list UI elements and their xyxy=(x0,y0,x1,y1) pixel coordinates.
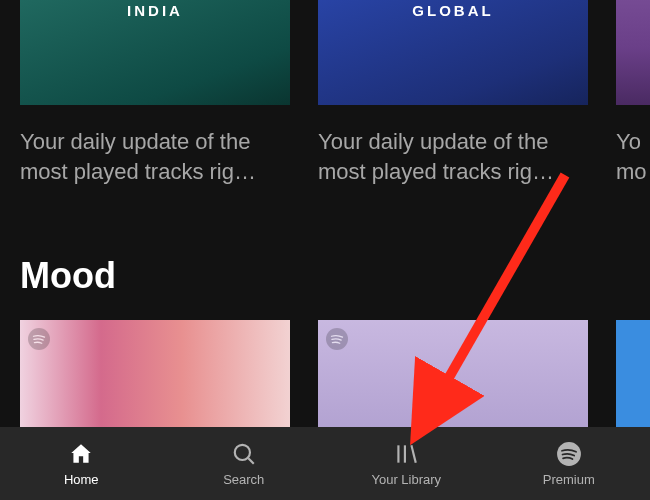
chart-card-partial[interactable]: Yomo xyxy=(616,0,650,186)
mood-card-partial[interactable] xyxy=(616,320,650,427)
home-icon xyxy=(67,440,95,468)
section-title-mood: Mood xyxy=(20,255,116,297)
nav-label: Home xyxy=(64,472,99,487)
content-scroll[interactable]: INDIA Your daily update of the most play… xyxy=(0,0,650,427)
nav-label: Search xyxy=(223,472,264,487)
search-icon xyxy=(230,440,258,468)
nav-home[interactable]: Home xyxy=(0,440,163,487)
card-description: Yomo xyxy=(616,127,650,186)
cover-label: INDIA xyxy=(127,2,183,19)
nav-search[interactable]: Search xyxy=(163,440,326,487)
top-charts-row: INDIA Your daily update of the most play… xyxy=(0,0,650,186)
svg-point-2 xyxy=(235,445,250,460)
card-cover: GLOBAL xyxy=(318,0,588,105)
nav-premium[interactable]: Premium xyxy=(488,440,651,487)
library-icon xyxy=(392,440,420,468)
spotify-icon xyxy=(555,440,583,468)
mood-card[interactable] xyxy=(20,320,290,427)
nav-label: Premium xyxy=(543,472,595,487)
mood-card[interactable] xyxy=(318,320,588,427)
nav-label: Your Library xyxy=(371,472,441,487)
nav-library[interactable]: Your Library xyxy=(325,440,488,487)
spotify-icon xyxy=(28,328,50,350)
card-cover xyxy=(616,0,650,105)
bottom-nav: Home Search Your Library Premium xyxy=(0,427,650,500)
cover-label: GLOBAL xyxy=(412,2,493,19)
card-cover: INDIA xyxy=(20,0,290,105)
chart-card-india[interactable]: INDIA Your daily update of the most play… xyxy=(20,0,290,186)
card-description: Your daily update of the most played tra… xyxy=(20,127,290,186)
svg-line-6 xyxy=(412,445,416,462)
mood-row xyxy=(20,320,650,427)
svg-line-3 xyxy=(248,458,253,463)
spotify-icon xyxy=(326,328,348,350)
chart-card-global[interactable]: GLOBAL Your daily update of the most pla… xyxy=(318,0,588,186)
card-description: Your daily update of the most played tra… xyxy=(318,127,588,186)
